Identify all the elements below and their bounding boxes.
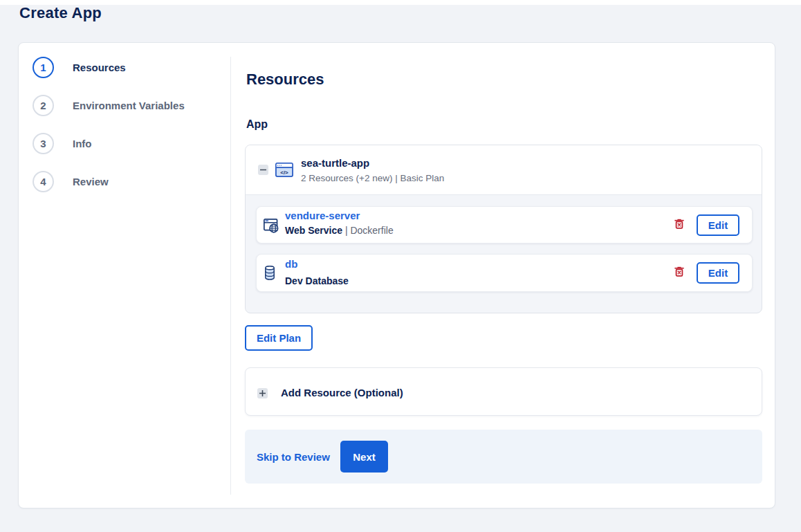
svg-text:</>: </> <box>280 169 288 176</box>
